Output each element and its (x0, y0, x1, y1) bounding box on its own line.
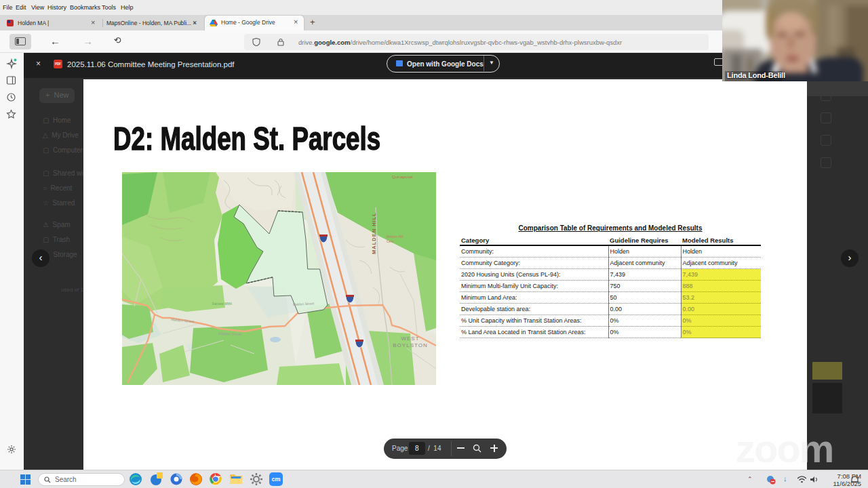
svg-text:Malden Hill: Malden Hill (387, 235, 403, 239)
svg-text:MALDEN HILL: MALDEN HILL (371, 212, 377, 254)
svg-text:Quinapoxet: Quinapoxet (392, 175, 413, 179)
svg-text:WEST: WEST (401, 336, 419, 342)
svg-text:Fairview WMA: Fairview WMA (212, 302, 232, 306)
svg-text:Cem: Cem (387, 239, 394, 243)
svg-text:Malden Street: Malden Street (218, 331, 242, 336)
svg-text:BOYLSTON: BOYLSTON (393, 342, 427, 348)
